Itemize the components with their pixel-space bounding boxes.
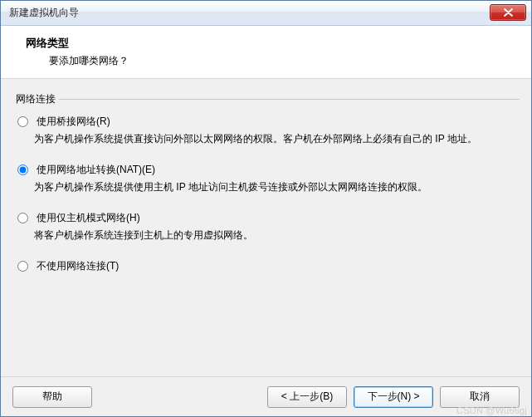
option-nat-desc: 为客户机操作系统提供使用主机 IP 地址访问主机拨号连接或外部以太网网络连接的权…	[34, 179, 507, 194]
option-hostonly-label: 使用仅主机模式网络(H)	[37, 211, 140, 225]
option-bridged: 使用桥接网络(R) 为客户机操作系统提供直接访问外部以太网网络的权限。客户机在外…	[16, 115, 516, 146]
network-fieldset: 网络连接 使用桥接网络(R) 为客户机操作系统提供直接访问外部以太网网络的权限。…	[12, 92, 520, 277]
option-nat-row[interactable]: 使用网络地址转换(NAT)(E)	[16, 163, 516, 177]
option-none-label: 不使用网络连接(T)	[37, 259, 119, 273]
fieldset-divider	[12, 99, 520, 100]
option-bridged-label: 使用桥接网络(R)	[37, 115, 110, 129]
window-title: 新建虚拟机向导	[9, 6, 79, 20]
wizard-body: 网络连接 使用桥接网络(R) 为客户机操作系统提供直接访问外部以太网网络的权限。…	[1, 79, 531, 376]
wizard-header: 网络类型 要添加哪类网络？	[1, 26, 531, 79]
close-icon	[504, 8, 513, 17]
option-nat: 使用网络地址转换(NAT)(E) 为客户机操作系统提供使用主机 IP 地址访问主…	[16, 163, 516, 194]
wizard-footer: 帮助 < 上一步(B) 下一步(N) > 取消	[1, 376, 531, 416]
option-bridged-desc: 为客户机操作系统提供直接访问外部以太网网络的权限。客户机在外部网络上必须有自己的…	[34, 131, 507, 146]
option-hostonly-row[interactable]: 使用仅主机模式网络(H)	[16, 211, 516, 225]
fieldset-legend: 网络连接	[12, 92, 59, 106]
network-options: 使用桥接网络(R) 为客户机操作系统提供直接访问外部以太网网络的权限。客户机在外…	[12, 106, 520, 277]
cancel-button[interactable]: 取消	[440, 386, 520, 408]
page-subtitle: 要添加哪类网络？	[49, 54, 516, 68]
radio-none[interactable]	[17, 261, 28, 272]
option-none: 不使用网络连接(T)	[16, 259, 516, 273]
next-button[interactable]: 下一步(N) >	[354, 386, 433, 408]
radio-hostonly[interactable]	[17, 213, 28, 223]
close-button[interactable]	[490, 4, 526, 21]
titlebar: 新建虚拟机向导	[1, 1, 531, 26]
back-button[interactable]: < 上一步(B)	[267, 386, 347, 408]
option-bridged-row[interactable]: 使用桥接网络(R)	[16, 115, 516, 129]
option-hostonly: 使用仅主机模式网络(H) 将客户机操作系统连接到主机上的专用虚拟网络。	[16, 211, 516, 243]
page-title: 网络类型	[26, 36, 516, 51]
help-button[interactable]: 帮助	[12, 386, 92, 408]
wizard-window: 新建虚拟机向导 网络类型 要添加哪类网络？ 网络连接 使用桥接网络(R) 为客户…	[0, 0, 532, 417]
option-nat-label: 使用网络地址转换(NAT)(E)	[37, 163, 155, 177]
radio-bridged[interactable]	[17, 116, 28, 127]
option-none-row[interactable]: 不使用网络连接(T)	[16, 259, 516, 273]
option-hostonly-desc: 将客户机操作系统连接到主机上的专用虚拟网络。	[34, 228, 507, 243]
radio-nat[interactable]	[17, 164, 28, 175]
